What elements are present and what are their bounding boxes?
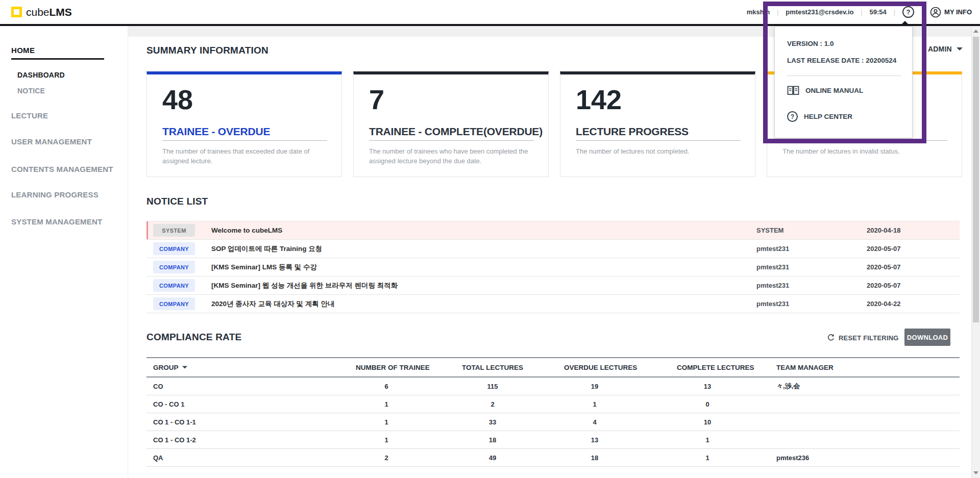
cell-total-lectures: 49	[462, 454, 523, 462]
vertical-scrollbar[interactable]	[971, 26, 980, 478]
notice-row[interactable]: COMPANY [KMS Seminar] LMS 등록 및 수강 pmtest…	[146, 258, 960, 276]
cell-overdue-lectures: 18	[564, 454, 625, 462]
notice-badge: COMPANY	[153, 242, 195, 255]
notice-row[interactable]: SYSTEM Welcome to cubeLMS SYSTEM 2020-04…	[146, 221, 960, 240]
session-timer: 59:54	[870, 8, 887, 16]
card-label: TRAINEE - COMPLETE(OVERDUE)	[369, 125, 543, 138]
notice-date: 2020-05-07	[867, 263, 901, 271]
separator: |	[894, 9, 895, 16]
column-header-overdue-lectures: OVERDUE LECTURES	[564, 364, 625, 371]
notice-author: pmtest231	[756, 245, 789, 253]
help-center-item[interactable]: ? HELP CENTER	[787, 111, 852, 122]
logo-lms-text: LMS	[50, 6, 72, 18]
cell-trainees: 1	[356, 400, 417, 408]
scrollbar-thumb[interactable]	[973, 37, 979, 322]
cell-complete-lectures: 1	[677, 436, 738, 444]
my-info-label: MY INFO	[944, 8, 972, 16]
column-header-total-lectures: TOTAL LECTURES	[462, 364, 523, 371]
compliance-row: CO 6 115 19 13 々,渉,会	[146, 378, 960, 395]
card-label: LECTURE PROGRESS	[576, 125, 689, 138]
cell-overdue-lectures: 1	[564, 400, 625, 408]
sort-caret-icon	[182, 366, 187, 369]
my-info-button[interactable]: MY INFO	[930, 7, 972, 18]
cell-team-manager: 々,渉,会	[776, 382, 800, 391]
cell-trainees: 1	[356, 436, 417, 444]
admin-role-select[interactable]: ADMIN	[928, 45, 963, 53]
sidebar-item-lecture[interactable]: LECTURE	[11, 111, 48, 120]
manual-book-icon	[787, 86, 799, 95]
reset-filtering-button[interactable]: RESET FILTERING	[827, 332, 899, 343]
cell-overdue-lectures: 4	[564, 418, 625, 426]
notice-author: pmtest231	[756, 300, 789, 308]
column-header-team-manager: TEAM MANAGER	[776, 364, 834, 371]
download-button[interactable]: DOWNLOAD	[904, 329, 950, 346]
card-description: The number of trainees who have been com…	[369, 146, 533, 166]
notice-author: pmtest231	[756, 263, 789, 271]
column-header-group-label: GROUP	[153, 364, 179, 371]
active-section-underline	[11, 58, 104, 60]
column-header-group[interactable]: GROUP	[153, 364, 187, 371]
app-logo[interactable]: cubeLMS	[11, 0, 72, 24]
card-description: The number of lectures not completed.	[576, 146, 740, 156]
sidebar-item-contents-management[interactable]: CONTENTS MANAGEMENT	[11, 165, 113, 173]
notice-author: pmtest231	[756, 282, 789, 289]
cell-complete-lectures: 0	[677, 400, 738, 408]
company-name-label: mkshin	[747, 8, 770, 16]
help-center-icon: ?	[787, 111, 798, 122]
column-header-number-of-trainee: NUMBER OF TRAINEE	[356, 364, 417, 371]
notice-row[interactable]: COMPANY 2020년 종사자 교육 대상자 및 계획 안내 pmtest2…	[146, 295, 960, 313]
separator: |	[777, 9, 778, 16]
summary-card-trainee-complete-overdue[interactable]: 7 TRAINEE - COMPLETE(OVERDUE) The number…	[353, 71, 549, 177]
cell-group: QA	[153, 454, 163, 462]
sidebar-content-divider	[128, 26, 128, 478]
sidebar-item-home[interactable]: HOME	[11, 46, 35, 55]
sidebar-item-system-management[interactable]: SYSTEM MANAGEMENT	[11, 217, 102, 226]
cell-group: CO - CO 1	[153, 400, 184, 408]
top-header: cubeLMS mkshin | pmtest231@crsdev.io | 5…	[0, 0, 980, 26]
help-icon[interactable]: ?	[902, 6, 914, 18]
notice-row[interactable]: COMPANY [KMS Seminar] 웹 성능 개선을 위한 브라우저 렌…	[146, 276, 960, 295]
card-value: 48	[162, 85, 193, 115]
card-description: The number of lectures in invalid status…	[782, 146, 947, 156]
reset-filtering-label: RESET FILTERING	[839, 334, 899, 342]
summary-card-lecture-progress[interactable]: 142 LECTURE PROGRESS The number of lectu…	[560, 71, 755, 177]
cell-complete-lectures: 13	[677, 383, 738, 390]
scroll-up-arrow-icon[interactable]	[973, 30, 978, 33]
admin-role-label: ADMIN	[928, 45, 952, 53]
header-user-bar: mkshin | pmtest231@crsdev.io | 59:54 | ?…	[747, 0, 972, 24]
notice-row[interactable]: COMPANY SOP 업데이트에 따른 Training 요청 pmtest2…	[146, 240, 960, 258]
notice-date: 2020-04-22	[867, 300, 901, 308]
cell-trainees: 6	[356, 383, 417, 390]
cell-complete-lectures: 1	[677, 454, 738, 462]
card-label: TRAINEE - OVERDUE	[162, 125, 270, 138]
notice-badge: COMPANY	[153, 279, 195, 292]
column-header-complete-lectures: COMPLETE LECTURES	[677, 364, 738, 371]
notice-title: 2020년 종사자 교육 대상자 및 계획 안내	[211, 299, 335, 309]
cell-total-lectures: 18	[462, 436, 523, 444]
logo-text: cubeLMS	[26, 6, 72, 18]
sidebar-item-user-management[interactable]: USER MANAGEMENT	[11, 137, 92, 146]
cell-overdue-lectures: 13	[564, 436, 625, 444]
online-manual-item[interactable]: ONLINE MANUAL	[787, 86, 863, 95]
notice-date: 2020-05-07	[867, 245, 901, 253]
sidebar-item-dashboard[interactable]: DASHBOARD	[17, 71, 65, 79]
summary-card-trainee-overdue[interactable]: 48 TRAINEE - OVERDUE The number of train…	[146, 71, 342, 177]
user-icon	[930, 7, 941, 18]
scroll-down-arrow-icon[interactable]	[973, 471, 978, 474]
chevron-down-icon	[957, 47, 963, 51]
notice-author: SYSTEM	[756, 227, 783, 234]
card-description: The number of trainees that exceeded due…	[162, 146, 327, 166]
sidebar-item-learning-progress[interactable]: LEARNING PROGRESS	[11, 190, 99, 199]
sidebar-nav: HOME DASHBOARD NOTICE LECTURE USER MANAG…	[0, 26, 128, 472]
popover-caret-icon	[900, 21, 910, 26]
compliance-row: CO 1 - CO 1-2 1 18 13 1	[146, 431, 960, 449]
cell-trainees: 1	[356, 418, 417, 426]
help-center-label: HELP CENTER	[804, 113, 852, 120]
card-value: 142	[576, 85, 622, 115]
cell-complete-lectures: 10	[677, 418, 738, 426]
card-divider	[782, 140, 947, 141]
sidebar-item-notice[interactable]: NOTICE	[17, 87, 45, 95]
cell-trainees: 2	[356, 454, 417, 462]
notice-title: [KMS Seminar] 웹 성능 개선을 위한 브라우저 렌더링 최적화	[211, 281, 398, 290]
app-root: cubeLMS mkshin | pmtest231@crsdev.io | 5…	[0, 0, 980, 478]
